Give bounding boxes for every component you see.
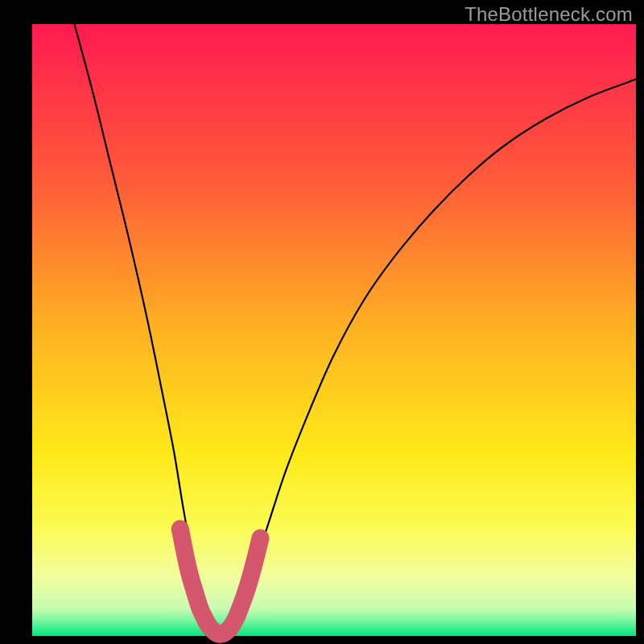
plot-background xyxy=(32,24,636,636)
chart-frame: TheBottleneck.com xyxy=(0,0,644,644)
bottleneck-chart xyxy=(0,0,644,644)
watermark-text: TheBottleneck.com xyxy=(464,3,633,26)
